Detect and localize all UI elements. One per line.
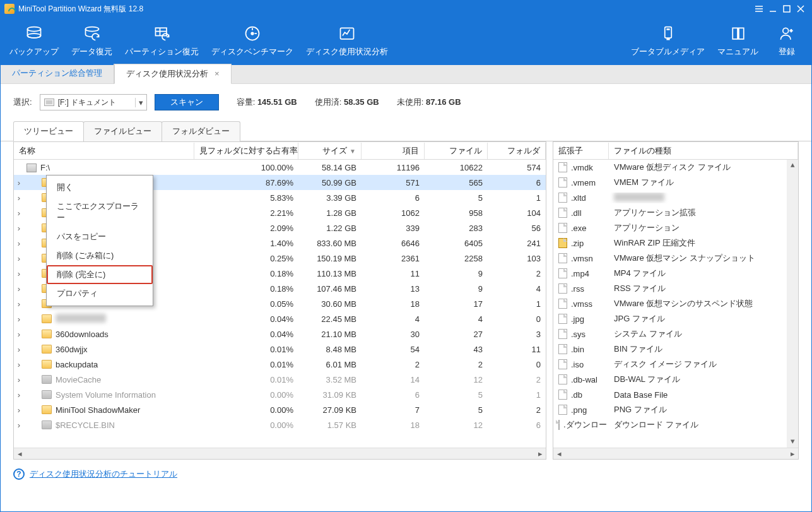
col-pct[interactable]: 見フォルダに対する占有率 [194,143,298,159]
drive-select[interactable]: [F:] ドキュメント ▾ [40,94,147,110]
tree-row[interactable]: ›backupdata0.01%6.01 MB220 [14,357,546,372]
view-tab[interactable]: ツリービュー [13,121,84,141]
tool-usage-analysis[interactable]: ディスク使用状況分析 [300,22,394,61]
expand-icon[interactable]: › [14,178,24,188]
expand-icon[interactable]: › [14,314,24,324]
ctx-item[interactable]: 削除 (完全に) [47,265,153,284]
col-size[interactable]: サイズ▼ [298,143,362,159]
expand-icon[interactable]: › [14,345,24,354]
ext-row[interactable]: .sysシステム ファイル [553,326,798,342]
svg-point-1 [28,27,41,32]
hamburger-icon[interactable] [752,2,766,16]
tree-row[interactable]: ›360dwjjx0.01%8.48 MB544311 [14,342,546,357]
view-tab[interactable]: ファイルビュー [83,121,162,141]
ext-row[interactable]: .mp4MP4 ファイル [553,266,798,281]
col-files[interactable]: ファイル [425,143,488,159]
tool-partition-recovery[interactable]: パーティション復元 [119,22,205,61]
scroll-right-icon[interactable]: ▸ [534,449,546,458]
expand-icon[interactable]: › [14,284,24,294]
ext-row[interactable]: .vmemVMEM ファイル [553,175,798,190]
col-ext[interactable]: 拡張子 [553,143,609,159]
expand-icon[interactable]: › [14,390,24,400]
expand-icon[interactable]: › [14,330,24,339]
row-files: 17 [425,299,488,309]
tutorial-link[interactable]: ディスク使用状況分析のチュートリアル [30,468,177,480]
expand-icon[interactable]: › [14,269,24,278]
tree-hscroll[interactable]: ◂▸ [14,448,546,459]
tab-close-icon[interactable]: × [215,69,220,78]
ext-body[interactable]: .vmdkVMware 仮想ディスク ファイル.vmemVMEM ファイル.xl… [553,160,798,448]
ext-row[interactable]: .zipWinRAR ZIP 圧縮文件 [553,235,798,251]
expand-icon[interactable]: › [14,375,24,384]
drive-select-value: [F:] ドキュメント [58,97,135,108]
col-folders[interactable]: フォルダ [488,143,546,159]
tree-row[interactable]: ›$RECYCLE.BIN0.00%1.57 KB18126 [14,417,546,432]
tree-row[interactable]: ›360downloads0.04%21.10 MB30273 [14,326,546,342]
scroll-right-icon[interactable]: ▸ [787,449,798,458]
ext-row[interactable]: .db-walDB-WAL ファイル [553,372,798,387]
tree-row[interactable]: F:\100.00%58.14 GB1119610622574 [14,160,546,175]
expand-icon[interactable]: › [14,239,24,248]
ctx-item[interactable]: プロパティ [47,284,153,303]
tool-disk-bench[interactable]: ディスクベンチマーク [205,22,300,61]
col-items[interactable]: 項目 [362,143,425,159]
maximize-button[interactable] [780,2,794,16]
main-tab[interactable]: パーティション総合管理 [1,64,114,84]
tool-backup[interactable]: バックアップ [3,22,65,61]
minimize-button[interactable] [766,2,780,16]
tree-row[interactable]: ›MovieCache0.01%3.52 MB14122 [14,372,546,387]
main-tab[interactable]: ディスク使用状況分析× [114,64,232,84]
scroll-up-icon[interactable]: ▴ [787,160,798,171]
tree-body[interactable]: F:\100.00%58.14 GB1119610622574›Win7-328… [14,160,546,448]
view-tab[interactable]: フォルダビュー [162,121,240,141]
ext-row[interactable]: .vmsnVMware 仮想マシン スナップショット [553,251,798,266]
row-pct: 0.18% [194,269,298,278]
ext-row[interactable]: .isoディスク イメージ ファイル [553,357,798,372]
ext-row[interactable]: .jpgJPG ファイル [553,311,798,326]
tree-row[interactable]: ›System Volume Information0.00%31.09 KB6… [14,387,546,402]
scroll-left-icon[interactable]: ◂ [14,449,25,458]
expand-icon[interactable]: › [14,420,24,430]
ext-row[interactable]: .binBIN ファイル [553,342,798,357]
ext-row[interactable]: .xltd [553,190,798,205]
expand-icon[interactable]: › [14,405,24,415]
col-name[interactable]: 名称 [14,143,194,159]
tool-manual[interactable]: マニュアル [711,22,765,61]
row-folders: 103 [488,254,546,263]
expand-icon[interactable]: › [14,223,24,233]
tool-register[interactable]: 登録 [765,22,809,61]
scroll-left-icon[interactable]: ◂ [553,449,565,458]
expand-icon[interactable]: › [14,193,24,203]
row-size: 833.60 MB [298,239,362,248]
tree-row[interactable]: ›0.04%22.45 MB440 [14,311,546,326]
scroll-down-icon[interactable]: ▾ [787,436,798,448]
ext-row[interactable]: .dllアプリケーション拡張 [553,205,798,220]
ext-row[interactable]: .dbData Base File [553,387,798,402]
expand-icon[interactable]: › [14,360,24,369]
tree-row[interactable]: ›MiniTool ShadowMaker0.00%27.09 KB752 [14,402,546,417]
ctx-item[interactable]: 開く [47,178,153,197]
expand-icon[interactable]: › [14,254,24,263]
scan-button[interactable]: スキャン [155,94,219,110]
tool-bootable-media[interactable]: ブータブルメディア [625,22,711,61]
tool-data-recovery[interactable]: データ復元 [65,22,119,61]
ext-row[interactable]: .pngPNG ファイル [553,402,798,417]
ext-vscroll[interactable]: ▴▾ [787,160,798,448]
ext-name: .vmsn [571,254,593,263]
ext-hscroll[interactable]: ◂▸ [553,448,798,459]
ext-row[interactable]: .rssRSS ファイル [553,281,798,296]
expand-icon[interactable]: › [14,208,24,218]
ext-row[interactable]: .vmssVMware 仮想マシンのサスペンド状態 [553,296,798,311]
col-type[interactable]: ファイルの種類 [609,143,798,159]
expand-icon[interactable]: › [14,299,24,309]
svg-rect-9 [666,38,669,40]
row-size: 1.22 GB [298,223,362,233]
ext-row[interactable]: .exeアプリケーション [553,220,798,235]
ext-row[interactable]: .vmdkVMware 仮想ディスク ファイル [553,160,798,175]
ext-row[interactable]: .ダウンロードダウンロード ファイル [553,417,798,432]
ctx-item[interactable]: ここでエクスプローラー [47,197,153,227]
close-button[interactable] [794,2,808,16]
svg-point-3 [85,27,98,32]
ctx-item[interactable]: 削除 (ごみ箱に) [47,246,153,265]
ctx-item[interactable]: パスをコピー [47,227,153,246]
